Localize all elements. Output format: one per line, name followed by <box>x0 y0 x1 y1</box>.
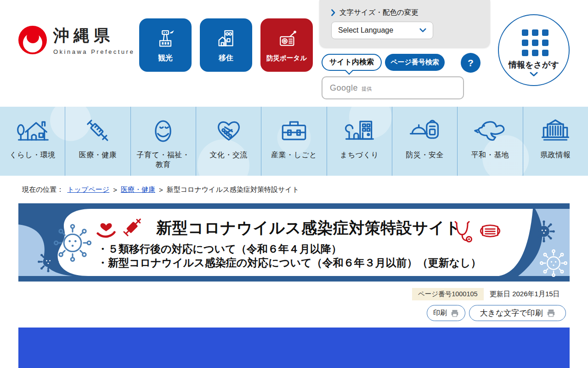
nav-item-medical-health[interactable]: 医療・健康 <box>65 107 130 176</box>
breadcrumb-link-top[interactable]: トップページ <box>67 185 109 194</box>
house-tree-icon <box>15 114 50 149</box>
tab-pointer <box>345 67 353 75</box>
site-logo-link[interactable]: 沖縄県 Okinawa Prefecture <box>18 25 135 55</box>
breadcrumb-prefix: 現在の位置： <box>22 185 63 194</box>
page-number-search-tab[interactable]: ページ番号検索 <box>385 54 445 71</box>
nav-item-town-planning[interactable]: まちづくり <box>327 107 392 176</box>
building-house-icon <box>215 28 237 50</box>
banner-bullet: ・新型コロナウイルス感染症の対応について（令和６年３月以前）（更新なし） <box>97 256 481 270</box>
nav-item-culture-exchange[interactable]: 文化・交流 <box>196 107 261 176</box>
printer-icon <box>451 309 459 317</box>
nav-item-label: くらし・環境 <box>10 150 56 160</box>
utility-panel: 文字サイズ・配色の変更 Select Language <box>319 0 490 47</box>
find-information-button[interactable]: 情報をさがす <box>498 14 570 86</box>
nav-item-industry-work[interactable]: 産業・しごと <box>261 107 326 176</box>
chevron-down-icon <box>499 70 569 79</box>
syringe-icon <box>120 214 145 239</box>
google-logo-text: Google <box>330 83 358 93</box>
site-search-input[interactable]: Google 提供 <box>322 76 464 99</box>
fontsize-color-change-link[interactable]: 文字サイズ・配色の変更 <box>331 8 418 17</box>
virus-solid-icon <box>37 250 60 273</box>
helmet-backpack-icon <box>407 114 442 149</box>
nav-item-label: 文化・交流 <box>209 150 248 160</box>
breadcrumb-separator: > <box>113 186 117 194</box>
site-search-tab[interactable]: サイト内検索 <box>322 54 382 71</box>
chevron-right-icon <box>331 9 335 16</box>
find-information-label: 情報をさがす <box>499 59 569 70</box>
mask-icon <box>478 223 503 239</box>
tourism-button[interactable]: 観光 <box>139 18 192 72</box>
category-nav: くらし・環境 医療・健康 子育て・福祉・教育 <box>0 107 588 176</box>
nav-item-childcare-welfare-education[interactable]: 子育て・福祉・教育 <box>130 107 196 176</box>
nav-item-label: 医療・健康 <box>79 150 117 160</box>
large-print-button[interactable]: 大きな文字で印刷 <box>469 305 566 321</box>
town-icon <box>342 114 377 149</box>
nav-item-living-environment[interactable]: くらし・環境 <box>0 107 65 176</box>
content-block[interactable] <box>18 328 570 368</box>
nav-item-label: 防災・安全 <box>406 150 444 160</box>
dove-icon <box>473 114 508 149</box>
breadcrumb-separator: > <box>159 186 163 194</box>
nav-item-label: 産業・しごと <box>271 150 317 160</box>
nav-item-disaster-safety[interactable]: 防災・安全 <box>392 107 457 176</box>
migration-button[interactable]: 移住 <box>200 18 252 72</box>
print-button-label: 印刷 <box>433 309 447 317</box>
banner-bullet-list: ・５類移行後の対応について（令和６年４月以降） ・新型コロナウイルス感染症の対応… <box>97 242 481 270</box>
chevron-down-icon <box>419 28 426 33</box>
nav-item-peace-bases[interactable]: 平和・基地 <box>457 107 522 176</box>
tourism-button-label: 観光 <box>158 53 173 63</box>
print-button[interactable]: 印刷 <box>427 305 465 321</box>
airport-icon <box>154 28 176 50</box>
handshake-heart-icon <box>211 114 246 149</box>
okinawa-prefecture-mark-icon <box>18 26 47 54</box>
breadcrumb: 現在の位置： トップページ > 医療・健康 > 新型コロナウイルス感染症対策特設… <box>22 185 299 194</box>
help-button[interactable]: ? <box>461 53 481 73</box>
nav-item-prefectural-info[interactable]: 県政情報 <box>523 107 588 176</box>
updated-date: 更新日 2026年1月15日 <box>490 288 560 300</box>
page: 沖縄県 Okinawa Prefecture 観光 <box>0 0 588 368</box>
syringe-icon <box>80 114 115 149</box>
stethoscope-icon <box>452 221 473 244</box>
migration-button-label: 移住 <box>219 53 233 63</box>
radio-icon <box>276 28 298 50</box>
site-search-tab-label: サイト内検索 <box>329 58 374 67</box>
nav-item-label: 子育て・福祉・教育 <box>136 150 190 170</box>
government-building-icon <box>538 114 573 149</box>
language-select[interactable]: Select Language <box>331 22 433 39</box>
banner-title: 新型コロナウイルス感染症対策特設サイト <box>156 218 461 239</box>
brand-name-en: Okinawa Prefecture <box>53 48 135 55</box>
nav-item-label: 県政情報 <box>540 150 571 160</box>
nav-item-label: まちづくり <box>340 150 379 160</box>
grid-icon <box>522 29 549 56</box>
help-button-label: ? <box>468 58 474 69</box>
google-provided-label: 提供 <box>362 86 372 92</box>
briefcase-icon <box>277 114 311 149</box>
heart-hand-icon <box>96 219 117 239</box>
language-select-value: Select Language <box>338 26 393 34</box>
breadcrumb-current: 新型コロナウイルス感染症対策特設サイト <box>167 185 300 194</box>
fontsize-color-change-label: 文字サイズ・配色の変更 <box>339 8 418 17</box>
nav-item-label: 平和・基地 <box>471 150 509 160</box>
page-number-badge: ページ番号1000105 <box>412 288 484 300</box>
page-number-search-tab-label: ページ番号検索 <box>390 58 439 67</box>
logo-inner-circle <box>27 31 39 43</box>
baby-icon <box>146 114 181 149</box>
printer-icon <box>547 309 555 317</box>
large-print-button-label: 大きな文字で印刷 <box>480 308 543 318</box>
logo-text: 沖縄県 Okinawa Prefecture <box>53 25 135 55</box>
brand-name-jp: 沖縄県 <box>53 25 135 46</box>
disaster-portal-button-label: 防災ポータル <box>266 54 307 63</box>
breadcrumb-link-medical[interactable]: 医療・健康 <box>121 185 155 194</box>
covid-banner[interactable]: 新型コロナウイルス感染症対策特設サイト <box>18 203 570 282</box>
banner-bullet: ・５類移行後の対応について（令和６年４月以降） <box>97 242 481 256</box>
disaster-portal-button[interactable]: 防災ポータル <box>260 18 313 72</box>
virus-outline-icon <box>539 248 568 278</box>
virus-solid-icon <box>532 219 556 243</box>
